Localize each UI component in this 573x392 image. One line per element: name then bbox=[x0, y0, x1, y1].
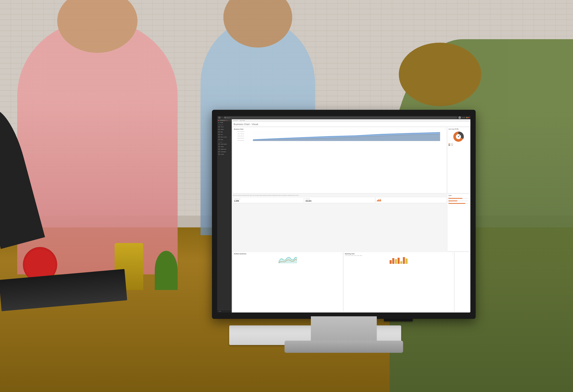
main-layout: Dashboard Profile Template Forms bbox=[217, 119, 470, 312]
text-block: Who is your audience and what are their … bbox=[233, 195, 447, 196]
breadcrumb: Resource > Your Chart bbox=[232, 119, 470, 122]
sidebar-item-menu-levels[interactable]: Menu Levels ▶ bbox=[217, 136, 232, 138]
menu-levels-arrow: ▶ bbox=[230, 136, 231, 137]
sidebar-profile-label: Profile bbox=[220, 122, 223, 123]
stats-row: Interactive User 1,505 Total Users 18,32… bbox=[233, 197, 447, 203]
bar-3 bbox=[378, 199, 379, 202]
top-bar-right: Jennifer bbox=[458, 116, 469, 119]
bar-1 bbox=[377, 200, 377, 202]
close-button[interactable] bbox=[468, 117, 469, 118]
sidebar-item-profile[interactable]: Profile bbox=[217, 121, 232, 124]
minimize-button[interactable] bbox=[466, 117, 467, 118]
sidebar-bottom: Label bbox=[217, 310, 232, 312]
extra-arrow: ▶ bbox=[230, 139, 231, 140]
pie-legend-label-2: 315 Mb bbox=[450, 145, 453, 146]
monitor-base bbox=[285, 341, 403, 353]
marketing-close[interactable]: × bbox=[452, 253, 453, 255]
sidebar-item-tables[interactable]: Tables bbox=[217, 128, 232, 131]
target-icon bbox=[218, 146, 220, 147]
profile-dot bbox=[218, 122, 219, 123]
app-ui: ≡ 🔍 search Jennifer bbox=[217, 116, 470, 312]
pie-legend-dot-2 bbox=[448, 145, 450, 146]
realtime-header: Realtime Dashboard × bbox=[234, 253, 342, 255]
marketing-chart-visual bbox=[345, 256, 453, 264]
breadcrumb-separator-1: > bbox=[238, 120, 239, 121]
text-stats-section: Who is your audience and what are their … bbox=[233, 194, 447, 251]
pie-chart-title: Space Usage (TSD MB) bbox=[448, 128, 459, 130]
pie-legend-dot-1 bbox=[448, 143, 450, 144]
user-avatar[interactable] bbox=[458, 116, 461, 119]
map-icon bbox=[218, 131, 220, 133]
marketing-chart-card: Marketing Chart × 11.20% 63.70% 18.30% 4… bbox=[344, 252, 454, 311]
sidebar-dashboard-label: Dashboard bbox=[220, 120, 225, 121]
target-bar-2-label: Q2 bbox=[448, 199, 449, 200]
svg-rect-0 bbox=[218, 117, 220, 118]
svg-rect-23 bbox=[403, 257, 405, 264]
pie-chart-card: Space Usage (TSD MB) bbox=[448, 127, 469, 193]
stat-card-interactive-user: Interactive User 1,505 bbox=[233, 197, 304, 203]
sidebar-item-activity[interactable]: Activity bbox=[217, 153, 232, 155]
page-title-bar: Business Chart - Visual bbox=[232, 122, 470, 126]
page-title-prefix: Business Chart bbox=[233, 123, 250, 126]
dashboard-dot bbox=[218, 120, 219, 121]
sidebar-item-dashboard[interactable]: Dashboard bbox=[217, 119, 232, 121]
grid-icon bbox=[218, 134, 220, 135]
monitor-screen: ≡ 🔍 search Jennifer bbox=[217, 116, 470, 312]
tables-icon bbox=[218, 129, 220, 130]
sidebar-item-grid[interactable]: Grid bbox=[217, 133, 232, 136]
content-area: Resource > Your Chart Business Chart - V… bbox=[232, 119, 470, 312]
stat-value-1: 1,505 bbox=[234, 200, 302, 202]
main-chart-card: Business Chart × 500 400 300 bbox=[233, 127, 447, 193]
svg-rect-20 bbox=[395, 259, 397, 264]
target-title: Target bbox=[448, 195, 468, 196]
svg-text:100: 100 bbox=[237, 140, 244, 141]
sidebar-item-map[interactable]: Map bbox=[217, 131, 232, 133]
sidebar-item-forms[interactable]: Forms bbox=[217, 126, 232, 128]
sidebar-item-campaigns[interactable]: Campaigns bbox=[217, 151, 232, 153]
activity-icon bbox=[218, 153, 220, 155]
breadcrumb-part-1: Resource bbox=[233, 120, 238, 121]
main-chart-title: Business Chart bbox=[234, 128, 243, 130]
realtime-close[interactable]: × bbox=[341, 253, 342, 255]
stat-label-2: Total Users bbox=[305, 198, 374, 199]
page-title: Business Chart - Visual bbox=[233, 123, 468, 126]
opportunity-icon bbox=[218, 149, 220, 150]
svg-text:200: 200 bbox=[237, 138, 244, 139]
sidebar-item-extra[interactable]: Extra ▶ bbox=[217, 138, 232, 141]
stat-card-bars bbox=[376, 197, 447, 203]
marketing-title: Marketing Chart bbox=[345, 253, 355, 255]
hamburger-icon[interactable]: ≡ bbox=[222, 117, 222, 119]
svg-rect-21 bbox=[397, 258, 400, 264]
sidebar-bottom-label: Label bbox=[218, 311, 221, 312]
main-chart-close[interactable]: × bbox=[445, 128, 446, 130]
bar-5 bbox=[380, 199, 380, 202]
monitor-body: ≡ 🔍 search Jennifer bbox=[212, 110, 475, 319]
bar-6 bbox=[380, 200, 381, 202]
svg-text:400: 400 bbox=[237, 134, 244, 135]
sidebar-item-opportunity[interactable]: Opportunity bbox=[217, 148, 232, 151]
search-placeholder: search bbox=[227, 117, 230, 118]
target-bar-1-fill bbox=[448, 198, 462, 199]
desk-plant bbox=[155, 251, 178, 290]
svg-marker-13 bbox=[253, 134, 440, 141]
person-right-head bbox=[399, 43, 481, 106]
sidebar-item-sales-report[interactable]: Sales Report bbox=[217, 143, 232, 145]
target-card: Target Q1 Q2 bbox=[448, 194, 469, 251]
menu-levels-icon bbox=[218, 136, 220, 138]
line-chart: 500 400 300 200 100 bbox=[234, 131, 445, 141]
person-left-head bbox=[57, 0, 138, 53]
stat-value-2: 18,321 bbox=[305, 200, 374, 202]
search-bar[interactable]: 🔍 search bbox=[224, 117, 457, 119]
sidebar-item-target[interactable]: Target bbox=[217, 145, 232, 148]
sales-report-icon bbox=[218, 143, 220, 145]
stat-label-1: Interactive User bbox=[234, 198, 302, 199]
stat-mini-bars bbox=[377, 199, 445, 202]
monitor-icon bbox=[218, 117, 220, 119]
target-bar-1: Q1 bbox=[448, 197, 468, 199]
top-bar: ≡ 🔍 search Jennifer bbox=[217, 116, 470, 119]
target-bar-3-fill bbox=[448, 203, 466, 204]
person-middle-head bbox=[223, 0, 292, 48]
placeholder-card bbox=[455, 252, 469, 311]
dashboard-badge bbox=[227, 120, 227, 121]
pie-chart-header: Space Usage (TSD MB) bbox=[448, 128, 468, 130]
